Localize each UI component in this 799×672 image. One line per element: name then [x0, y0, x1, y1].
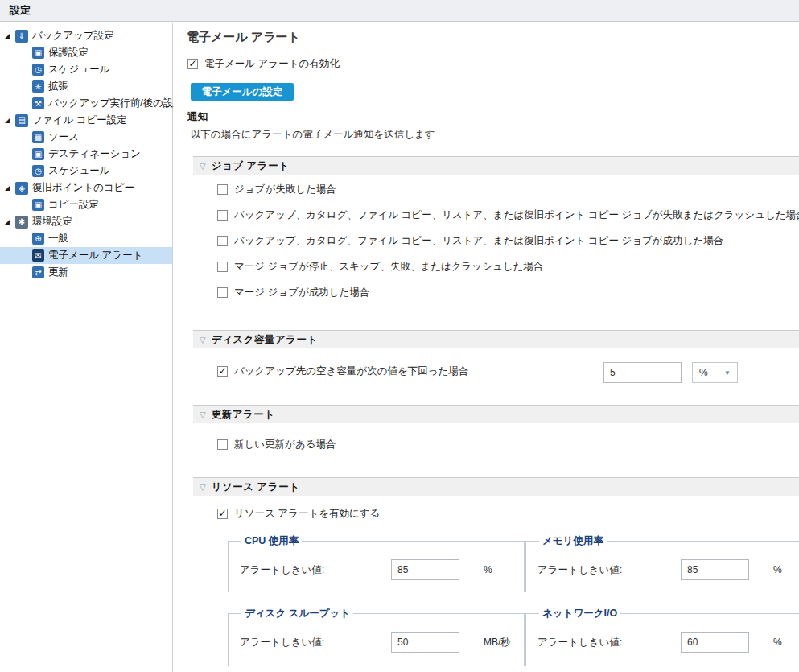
cpu-threshold-label: アラートしきい値:	[240, 563, 391, 577]
expander-icon[interactable]: ◢	[5, 117, 15, 124]
tree-item-advanced[interactable]: ✳ 拡張	[0, 78, 172, 95]
cpu-usage-group-title: CPU 使用率	[241, 534, 302, 548]
job-alert-row: ✓ マージ ジョブが停止、スキップ、失敗、またはクラッシュした場合	[217, 260, 543, 274]
page-title: 電子メール アラート	[187, 30, 300, 45]
update-alerts-section-header[interactable]: ▽ 更新アラート	[193, 405, 799, 423]
merge-stop-checkbox[interactable]: ✓	[217, 262, 228, 272]
tree-item-destination[interactable]: ▣ デスティネーション	[0, 146, 172, 163]
job-alert-row: ✓ バックアップ、カタログ、ファイル コピー、リストア、または復旧ポイント コピ…	[217, 234, 723, 248]
file-copy-settings-icon: ▤	[15, 114, 28, 127]
expander-icon[interactable]: ◢	[5, 218, 15, 225]
notification-heading: 通知	[187, 110, 208, 124]
memory-threshold-label: アラートしきい値:	[537, 563, 681, 577]
disk-capacity-checkbox[interactable]: ✓	[217, 366, 228, 377]
copy-settings-icon: ▣	[32, 199, 44, 211]
memory-threshold-input[interactable]	[681, 559, 749, 580]
job-alert-row: ✓ バックアップ、カタログ、ファイル コピー、リストア、または復旧ポイント コピ…	[217, 208, 799, 222]
enable-email-alerts-label: 電子メール アラートの有効化	[204, 57, 340, 71]
tree-item-file-copy-settings[interactable]: ◢ ▤ ファイル コピー設定	[0, 112, 172, 129]
tree-item-updates[interactable]: ⇄ 更新	[0, 264, 172, 281]
network-io-group: ネットワークI/O アラートしきい値: %	[525, 607, 799, 666]
enable-email-alerts-checkbox[interactable]: ✓	[187, 59, 198, 69]
job-alert-row: ✓ ジョブが失敗した場合	[217, 183, 336, 196]
job-alerts-section-title: ジョブ アラート	[212, 159, 290, 173]
source-network-icon: ▦	[32, 131, 44, 143]
tree-item-label: バックアップ実行前/後の設定	[48, 97, 183, 110]
tree-item-schedule[interactable]: ◷ スケジュール	[0, 61, 172, 78]
tree-item-label: 環境設定	[32, 215, 72, 229]
job-crash-checkbox[interactable]: ✓	[217, 210, 228, 221]
collapse-triangle-icon[interactable]: ▽	[200, 162, 206, 171]
disk-capacity-threshold-input[interactable]	[603, 362, 682, 383]
memory-threshold-unit: %	[773, 564, 799, 575]
tree-item-filecopy-schedule[interactable]: ◷ スケジュール	[0, 163, 172, 179]
job-alert-label: マージ ジョブが停止、スキップ、失敗、またはクラッシュした場合	[234, 260, 543, 274]
tree-item-backup-settings[interactable]: ◢ ⇓ バックアップ設定	[0, 27, 172, 44]
resource-alerts-enable-checkbox[interactable]: ✓	[217, 509, 228, 519]
job-alert-label: バックアップ、カタログ、ファイル コピー、リストア、または復旧ポイント コピー …	[234, 234, 723, 248]
tree-item-label: デスティネーション	[48, 147, 141, 161]
disk-threshold-label: アラートしきい値:	[240, 636, 391, 649]
settings-tree: ◢ ⇓ バックアップ設定 ▣ 保護設定 ◷ スケジュール ✳ 拡張 ⚒ バックア…	[0, 23, 172, 281]
tree-item-recovery-point-copy[interactable]: ◢ ◈ 復旧ポイントのコピー	[0, 179, 172, 196]
tree-item-label: スケジュール	[48, 63, 109, 76]
network-threshold-label: アラートしきい値:	[537, 636, 681, 649]
resource-alerts-section-header[interactable]: ▽ リソース アラート	[193, 477, 799, 496]
email-settings-button[interactable]: 電子メールの設定	[191, 83, 294, 101]
memory-usage-group-title: メモリ使用率	[539, 534, 607, 548]
dropdown-arrow-icon: ▼	[724, 369, 731, 377]
settings-window: 設定 ◢ ⇓ バックアップ設定 ▣ 保護設定 ◷ スケジュール ✳ 拡張 ⚒	[0, 0, 799, 672]
job-alert-label: マージ ジョブが成功した場合	[234, 286, 369, 299]
tree-item-protection-settings[interactable]: ▣ 保護設定	[0, 44, 172, 61]
tree-item-email-alerts[interactable]: ✉ 電子メール アラート	[0, 247, 172, 264]
tree-item-label: スケジュール	[48, 164, 109, 178]
expander-icon[interactable]: ◢	[5, 184, 15, 192]
checkmark-icon: ✓	[218, 509, 226, 518]
disk-capacity-unit-value: %	[699, 367, 708, 378]
tree-item-pre-post-backup[interactable]: ⚒ バックアップ実行前/後の設定	[0, 95, 172, 112]
collapse-triangle-icon[interactable]: ▽	[200, 410, 206, 419]
job-alert-label: ジョブが失敗した場合	[234, 183, 336, 196]
disk-capacity-label: バックアップ先の空き容量が次の値を下回った場合	[234, 365, 468, 378]
destination-icon: ▣	[32, 148, 44, 160]
recovery-point-copy-icon: ◈	[15, 182, 28, 195]
update-alerts-section-title: 更新アラート	[212, 408, 275, 422]
job-failed-checkbox[interactable]: ✓	[217, 184, 228, 195]
disk-throughput-group-title: ディスク スループット	[241, 607, 353, 620]
update-arrows-icon: ⇄	[32, 266, 44, 278]
wrench-icon: ⚒	[32, 97, 44, 109]
disk-threshold-unit: MB/秒	[484, 637, 513, 648]
disk-capacity-unit-dropdown[interactable]: % ▼	[692, 362, 738, 383]
tree-item-copy-settings[interactable]: ▣ コピー設定	[0, 196, 172, 213]
tree-item-preferences[interactable]: ◢ ✱ 環境設定	[0, 213, 172, 230]
disk-threshold-input[interactable]	[391, 632, 459, 653]
disk-capacity-section-header[interactable]: ▽ ディスク容量アラート	[193, 330, 799, 348]
cpu-threshold-input[interactable]	[391, 559, 459, 580]
job-success-checkbox[interactable]: ✓	[217, 236, 228, 246]
new-update-checkbox[interactable]: ✓	[217, 439, 228, 450]
cpu-usage-group: CPU 使用率 アラートしきい値: %	[228, 534, 525, 592]
tree-item-general[interactable]: ⊕ 一般	[0, 230, 172, 247]
tree-item-label: 復旧ポイントのコピー	[32, 181, 134, 195]
expander-icon[interactable]: ◢	[5, 32, 15, 39]
envelope-icon: ✉	[32, 249, 44, 262]
gears-icon: ✱	[15, 216, 28, 229]
window-title: 設定	[10, 3, 31, 18]
job-alert-row: ✓ マージ ジョブが成功した場合	[217, 286, 369, 299]
email-alerts-panel: 電子メール アラート ✓ 電子メール アラートの有効化 電子メールの設定 通知 …	[174, 23, 799, 672]
merge-success-checkbox[interactable]: ✓	[217, 287, 228, 298]
tree-item-label: 電子メール アラート	[48, 249, 142, 262]
network-threshold-input[interactable]	[681, 632, 749, 653]
disk-capacity-section-title: ディスク容量アラート	[212, 333, 318, 347]
tree-item-label: コピー設定	[48, 198, 99, 212]
disk-capacity-row: ✓ バックアップ先の空き容量が次の値を下回った場合	[217, 365, 468, 378]
title-bar: 設定	[0, 0, 799, 22]
tree-item-source[interactable]: ▦ ソース	[0, 129, 172, 146]
collapse-triangle-icon[interactable]: ▽	[200, 483, 206, 492]
schedule-icon: ◷	[32, 165, 44, 177]
job-alerts-section-header[interactable]: ▽ ジョブ アラート	[193, 156, 799, 175]
collapse-triangle-icon[interactable]: ▽	[200, 336, 206, 344]
notification-description: 以下の場合にアラートの電子メール通知を送信します	[191, 128, 435, 142]
network-threshold-unit: %	[773, 637, 799, 648]
tree-item-label: 拡張	[48, 80, 68, 93]
